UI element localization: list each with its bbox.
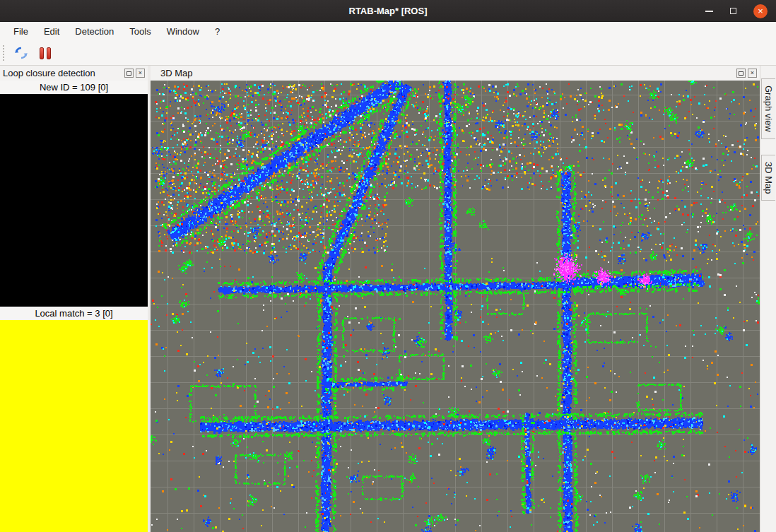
float-icon [127,71,131,76]
loop-closure-dock-buttons: × [124,69,145,78]
menu-edit[interactable]: Edit [36,23,67,40]
float-icon [739,71,743,76]
point-cloud-canvas[interactable] [151,81,760,532]
new-id-label: New ID = 109 [0] [0,81,148,94]
dock-area: Loop closure detection × New ID = 109 [0… [0,66,776,532]
dock-close-icon: × [751,70,754,76]
close-icon: × [758,6,763,16]
side-tabbar: Graph view 3D Map [760,66,776,532]
match-image-panel [0,320,148,532]
dock-close-button[interactable]: × [748,69,757,78]
loop-closure-dock: Loop closure detection × New ID = 109 [0… [0,66,148,532]
menu-tools[interactable]: Tools [122,23,158,40]
close-button[interactable]: × [753,4,768,18]
menu-window[interactable]: Window [159,23,207,40]
dock-close-icon: × [139,70,142,76]
window-titlebar[interactable]: RTAB-Map* [ROS] × [0,0,776,22]
refresh-button[interactable] [11,43,31,63]
local-match-label: Local match = 3 [0] [0,307,148,320]
menu-file[interactable]: File [6,23,36,40]
query-image-panel [0,94,148,307]
tab-3d-map[interactable]: 3D Map [761,155,775,201]
main-toolbar [0,41,776,66]
window-controls: × [705,0,768,22]
dock-close-button[interactable]: × [136,69,145,78]
loop-closure-dock-titlebar[interactable]: Loop closure detection × [0,66,148,81]
refresh-icon [14,46,28,60]
menu-help[interactable]: ? [207,23,228,40]
map-dock-buttons: × [736,69,757,78]
maximize-button[interactable] [730,8,736,14]
loop-closure-dock-title: Loop closure detection [3,68,124,78]
dock-float-button[interactable] [124,69,134,78]
map-dock-titlebar[interactable]: 3D Map × [151,66,760,81]
pause-button[interactable] [35,43,55,63]
tab-graph-view[interactable]: Graph view [761,78,775,139]
toolbar-drag-handle[interactable] [3,45,7,61]
minimize-button[interactable] [705,11,713,12]
menu-bar: File Edit Detection Tools Window ? [0,22,776,41]
pause-icon [40,47,51,59]
window-title: RTAB-Map* [ROS] [349,6,428,16]
minimize-icon [705,11,713,12]
dock-float-button[interactable] [736,69,746,78]
map-dock: 3D Map × [151,66,760,532]
menu-detection[interactable]: Detection [67,23,122,40]
maximize-icon [730,8,736,14]
map-viewport[interactable] [151,81,760,532]
map-dock-title: 3D Map [160,68,736,78]
